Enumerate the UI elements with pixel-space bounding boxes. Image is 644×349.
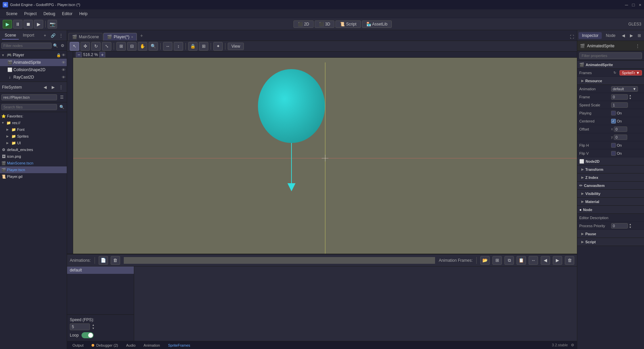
raycast-eye-icon[interactable]: 👁: [62, 75, 65, 79]
frame-down-icon[interactable]: ▼: [629, 97, 632, 100]
inspector-node-settings[interactable]: ⋮: [634, 42, 641, 50]
frames-copy-btn[interactable]: ⧉: [504, 256, 514, 265]
fs-item-icon[interactable]: 🖼 icon.png: [0, 153, 67, 160]
fps-input[interactable]: [70, 323, 90, 330]
play-scene-btn[interactable]: ▶: [34, 20, 43, 29]
section-transform[interactable]: ▶ Transform: [577, 165, 644, 173]
minimize-btn[interactable]: ─: [625, 2, 628, 7]
status-debugger[interactable]: Debugger (2): [89, 343, 121, 348]
section-canvasitem[interactable]: ✏ CanvasItem: [577, 182, 644, 190]
mode-3d[interactable]: ⬛ 3D: [315, 20, 335, 28]
transform-tool[interactable]: ↔: [163, 42, 172, 51]
menu-debug[interactable]: Debug: [40, 10, 58, 17]
inspector-history-fwd[interactable]: ▶: [628, 32, 635, 39]
section-node[interactable]: ● Node: [577, 206, 644, 214]
status-spriteframes[interactable]: SpriteFrames: [165, 343, 193, 348]
animation-dropdown[interactable]: default ▼: [611, 86, 638, 92]
section-material[interactable]: ▶ Material: [577, 198, 644, 206]
maximize-btn[interactable]: □: [632, 2, 635, 7]
scene-more-btn[interactable]: ⋮: [57, 32, 65, 39]
priority-down-icon[interactable]: ▼: [629, 226, 632, 229]
fps-stepper[interactable]: ▲ ▼: [91, 323, 95, 330]
speed-scale-input[interactable]: [611, 102, 628, 108]
frames-paste-btn[interactable]: 📋: [517, 256, 526, 265]
loop-toggle[interactable]: [82, 332, 94, 338]
fs-item-res[interactable]: ▼ 📁 res://: [0, 119, 67, 126]
anim-item-default[interactable]: default: [67, 266, 134, 274]
collision-eye-icon[interactable]: 👁: [62, 68, 65, 72]
fs-nav-fwd[interactable]: ▶: [49, 84, 57, 91]
titlebar-controls[interactable]: ─ □ ×: [625, 2, 641, 7]
pause-btn[interactable]: ⏸: [13, 20, 22, 29]
playing-toggle[interactable]: [611, 111, 616, 115]
select-tool[interactable]: ↖: [70, 42, 79, 51]
section-pause[interactable]: ▶ Pause: [577, 230, 644, 238]
filter-search-icon[interactable]: 🔍: [53, 42, 59, 49]
group-btn[interactable]: ⊞: [199, 42, 208, 51]
offset-x-input[interactable]: [614, 127, 627, 132]
snap-grid-btn[interactable]: ⊞: [116, 42, 126, 51]
priority-stepper[interactable]: ▲ ▼: [629, 223, 632, 229]
section-animatedsprite[interactable]: 🎬 AnimatedSprite: [577, 61, 644, 69]
zoom-out-btn[interactable]: −: [76, 52, 82, 57]
status-audio[interactable]: Audio: [123, 343, 138, 348]
bone-tool[interactable]: ✦: [213, 42, 223, 51]
menu-help[interactable]: Help: [76, 10, 91, 17]
flip-v-toggle[interactable]: [611, 151, 616, 156]
anim-delete-btn[interactable]: 🗑: [111, 256, 120, 265]
lock-btn[interactable]: 🔒: [188, 42, 198, 51]
scene-link-btn[interactable]: 🔗: [49, 32, 57, 39]
section-zindex[interactable]: ▶ Z Index: [577, 173, 644, 182]
flip-h-toggle[interactable]: [611, 143, 616, 148]
anim-add-btn[interactable]: 📄: [99, 256, 108, 265]
mode-assetlib[interactable]: 🏪 AssetLib: [362, 20, 392, 28]
fs-item-sprites[interactable]: ▶ 📁 Sprites: [0, 133, 67, 140]
fs-more[interactable]: ⋮: [57, 84, 65, 91]
frame-input[interactable]: [611, 94, 628, 100]
tree-item-animatedsprite[interactable]: 🎬 AnimatedSprite 👁: [0, 59, 67, 66]
fs-item-player-gd[interactable]: 📜 Player.gd: [0, 173, 67, 180]
tree-item-player[interactable]: ▼ 🎮 Player 🔒 👁: [0, 51, 67, 59]
frames-hmirror-btn[interactable]: ↔: [529, 256, 538, 265]
fps-up-icon[interactable]: ▲: [91, 323, 95, 327]
frame-stepper[interactable]: ▲ ▼: [629, 94, 632, 100]
section-script[interactable]: ▶ Script: [577, 238, 644, 246]
rotate-tool[interactable]: ↻: [91, 42, 101, 51]
viewport-expand-btn[interactable]: ⛶: [568, 33, 576, 41]
pan-tool[interactable]: ✋: [138, 42, 147, 51]
menu-project[interactable]: Project: [21, 10, 40, 17]
tab-mainscene[interactable]: 🎬 MainScene: [68, 33, 103, 41]
expand-icon[interactable]: ⛶: [568, 33, 576, 41]
fs-item-ui[interactable]: ▶ 📁 UI: [0, 140, 67, 146]
play-btn[interactable]: ▶: [3, 20, 12, 29]
inspector-object-btn[interactable]: ⊞: [636, 32, 643, 39]
mode-script[interactable]: 📜 Script: [335, 20, 361, 28]
fs-item-default-env[interactable]: ⚙ default_env.tres: [0, 146, 67, 153]
section-resource[interactable]: ▶ Resource: [577, 77, 644, 85]
frames-left-btn[interactable]: ◀: [541, 256, 550, 265]
mode-2d[interactable]: ⬛ 2D: [293, 20, 314, 28]
fs-search-icon[interactable]: 🔍: [58, 103, 65, 111]
priority-up-icon[interactable]: ▲: [629, 223, 632, 226]
frames-dropdown[interactable]: SpriteFr ▼: [620, 70, 642, 76]
view-btn[interactable]: View: [228, 43, 244, 50]
inspector-filter-input[interactable]: [579, 52, 642, 59]
frames-delete-btn[interactable]: 🗑: [565, 256, 574, 265]
fs-item-font[interactable]: ▶ 📁 Font: [0, 126, 67, 133]
fs-search-input[interactable]: [1, 104, 57, 110]
move-tool[interactable]: ✜: [80, 42, 90, 51]
animatedsprite-eye-icon[interactable]: 👁: [62, 60, 65, 64]
tree-item-raycast[interactable]: ↓ RayCast2D 👁: [0, 73, 67, 81]
fs-item-mainscene[interactable]: 🎬 MainScene.tscn: [0, 160, 67, 166]
section-node2d[interactable]: ⬜ Node2D: [577, 157, 644, 165]
screenshot-btn[interactable]: 📷: [48, 20, 57, 29]
inspector-tab[interactable]: Inspector: [579, 32, 602, 39]
status-output[interactable]: Output: [70, 343, 86, 348]
fs-path-input[interactable]: [1, 94, 57, 100]
scale-tool[interactable]: ⤡: [102, 42, 111, 51]
tree-item-collision[interactable]: ⬜ CollisionShape2D 👁: [0, 66, 67, 73]
frames-reload-icon[interactable]: ↻: [611, 69, 619, 77]
snap-smart-btn[interactable]: ⊟: [127, 42, 137, 51]
menu-editor[interactable]: Editor: [59, 10, 76, 17]
status-animation[interactable]: Animation: [141, 343, 163, 348]
